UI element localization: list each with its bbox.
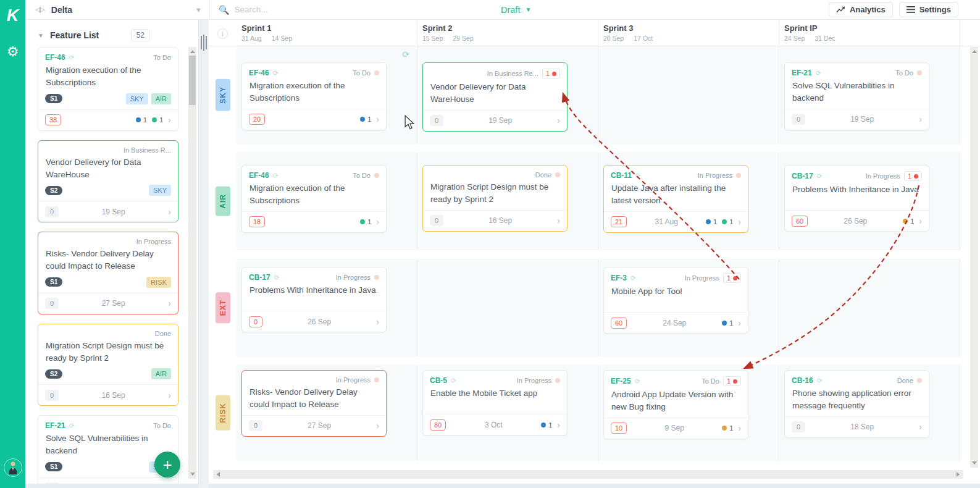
task-card[interactable]: DoneMigration Script Design must be read…: [38, 324, 178, 406]
row-label-risk[interactable]: RISK: [216, 395, 230, 431]
search-input[interactable]: [234, 5, 339, 14]
count-dot: 1: [722, 319, 733, 327]
gear-icon[interactable]: ⚙: [7, 45, 19, 59]
task-card[interactable]: CB-5⟳In ProgressEnable the Mobile Ticket…: [422, 370, 567, 435]
feature-count-badge: 52: [131, 29, 150, 41]
card-footer: 026 Sep›: [242, 311, 386, 332]
task-card[interactable]: EF-3⟳In Progress1Mobile App for Tool6024…: [603, 267, 748, 334]
scroll-left-icon[interactable]: [217, 472, 220, 477]
task-card[interactable]: DoneMigration Script Design must be read…: [422, 165, 567, 232]
search-box[interactable]: 🔍: [210, 5, 339, 15]
open-card-chevron-icon[interactable]: ›: [376, 115, 379, 124]
task-card[interactable]: EF-25⟳To Do1Android App Update Version w…: [603, 370, 748, 439]
card-status: Done: [897, 377, 913, 384]
task-card[interactable]: CB-17⟳In Progress1Problems With Inherita…: [784, 165, 929, 232]
task-card[interactable]: In ProgressRisks- Vendor Delivery Delay …: [38, 232, 178, 314]
task-card[interactable]: CB-17⟳In ProgressProblems With Inheritan…: [241, 267, 387, 332]
card-header: EF-25⟳To Do1: [604, 371, 748, 387]
card-date: 24 Sep: [632, 319, 717, 327]
card-title: Phone showing application error message …: [785, 385, 929, 416]
scroll-right-icon[interactable]: [957, 472, 960, 477]
count-dot: 1: [722, 218, 733, 225]
sprint-tag: S2: [45, 369, 62, 379]
task-card[interactable]: EF-21⟳To DoSolve SQL Vulnerabilities in …: [784, 62, 929, 130]
status-dot-icon: [736, 173, 741, 178]
task-card[interactable]: EF-46⟳To DoMigration execution of the Su…: [241, 165, 387, 233]
card-title: Android App Update Version with new Bug …: [604, 387, 748, 418]
open-card-chevron-icon[interactable]: ›: [738, 424, 741, 432]
dot-icon: [722, 321, 727, 326]
sprint-name: Sprint 1: [241, 23, 417, 33]
story-points-badge: 21: [611, 216, 627, 227]
project-selector[interactable]: ◁|▷ Delta ▼: [25, 0, 210, 19]
task-card[interactable]: In ProgressRisks- Vendor Delivery Delay …: [241, 370, 387, 437]
feature-list-scrollbar[interactable]: [188, 47, 196, 479]
open-card-chevron-icon[interactable]: ›: [376, 318, 379, 326]
info-icon[interactable]: i: [217, 28, 228, 39]
card-date: 16 Sep: [448, 216, 552, 225]
scrollbar-thumb[interactable]: [189, 56, 196, 105]
task-card[interactable]: In Business Re...1Vendor Delievery for D…: [422, 62, 567, 132]
alert-dot-icon: [914, 174, 918, 179]
task-card[interactable]: CB-11⟳In ProgressUpdate Java after insta…: [603, 165, 748, 233]
board-horizontal-scrollbar[interactable]: [213, 470, 963, 479]
settings-button[interactable]: Settings: [899, 2, 958, 17]
scroll-down-icon[interactable]: [190, 473, 195, 476]
count-dot: 1: [722, 424, 733, 432]
card-footer: 201›: [242, 109, 386, 130]
add-feature-button[interactable]: +: [154, 452, 180, 477]
scroll-up-icon[interactable]: [190, 50, 195, 53]
board-cell: In Business Re...1Vendor Delievery for D…: [417, 46, 598, 144]
open-card-chevron-icon[interactable]: ›: [738, 217, 741, 226]
card-header: EF-21⟳To Do: [785, 63, 929, 78]
task-card[interactable]: CB-16⟳DonePhone showing application erro…: [784, 370, 929, 438]
card-title: Migration Script Design must be ready by…: [38, 338, 178, 369]
feature-card-list: EF-46⟳To DoMigration execution of the Su…: [38, 47, 178, 484]
board-cell: [598, 46, 779, 144]
refresh-icon[interactable]: ⟳: [402, 49, 409, 59]
task-card[interactable]: EF-46⟳To DoMigration execution of the Su…: [241, 62, 387, 130]
card-title: Mobile App for Tool: [604, 284, 748, 312]
row-label-ext[interactable]: EXT: [216, 292, 230, 323]
open-card-chevron-icon[interactable]: ›: [376, 217, 379, 226]
task-card[interactable]: In Business R...Vendor Delievery for Dat…: [38, 140, 178, 223]
row-label-sky[interactable]: SKY: [216, 79, 230, 111]
scroll-up-icon[interactable]: [972, 50, 977, 53]
open-card-chevron-icon[interactable]: ›: [919, 217, 922, 225]
board-cell: [417, 259, 598, 356]
open-card-chevron-icon[interactable]: ›: [919, 115, 922, 124]
open-card-chevron-icon[interactable]: ›: [557, 216, 560, 225]
sync-icon: ⟳: [817, 172, 823, 180]
open-card-chevron-icon[interactable]: ›: [168, 208, 171, 216]
analytics-button[interactable]: Analytics: [829, 2, 893, 17]
sprint-dates: 15 Sep29 Sep: [422, 35, 598, 42]
dot-icon: [722, 426, 727, 431]
board-vertical-scrollbar[interactable]: [970, 47, 978, 468]
card-footer: 109 Sep1›: [604, 418, 748, 439]
dot-icon: [706, 219, 711, 224]
open-card-chevron-icon[interactable]: ›: [168, 116, 171, 124]
board-mode-dropdown[interactable]: Draft ▼: [501, 5, 531, 15]
scroll-down-icon[interactable]: [972, 461, 977, 465]
alert-count: 1: [727, 377, 731, 385]
card-status: In Progress: [698, 172, 732, 179]
card-footer: 3811›: [38, 109, 178, 130]
collapse-chevron-icon[interactable]: ▼: [38, 32, 44, 39]
team-tag: AIR: [151, 93, 171, 104]
resize-handle[interactable]: [201, 36, 207, 51]
card-footer: 027 Sep›: [38, 293, 178, 314]
card-title: Risks- Vendor Delivery Delay could Impac…: [242, 384, 386, 415]
open-card-chevron-icon[interactable]: ›: [557, 421, 560, 429]
open-card-chevron-icon[interactable]: ›: [557, 116, 560, 125]
card-header: CB-5⟳In Progress: [423, 371, 567, 385]
avatar[interactable]: [4, 458, 22, 477]
story-points-badge: 0: [792, 114, 805, 125]
open-card-chevron-icon[interactable]: ›: [168, 299, 171, 308]
task-card[interactable]: EF-46⟳To DoMigration execution of the Su…: [38, 47, 178, 131]
open-card-chevron-icon[interactable]: ›: [168, 391, 171, 400]
open-card-chevron-icon[interactable]: ›: [919, 423, 922, 431]
expand-panel-icon[interactable]: ◁|▷: [35, 6, 44, 14]
open-card-chevron-icon[interactable]: ›: [376, 421, 379, 430]
row-label-air[interactable]: AIR: [216, 187, 230, 216]
open-card-chevron-icon[interactable]: ›: [738, 319, 741, 327]
